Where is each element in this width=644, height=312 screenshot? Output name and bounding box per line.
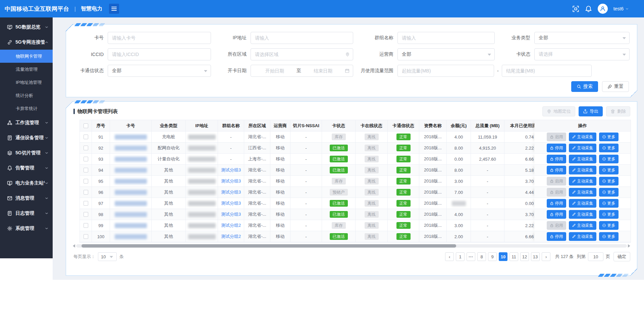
- more-button[interactable]: 更多: [599, 155, 619, 163]
- sidebar-item-9[interactable]: 系统管理: [0, 221, 53, 236]
- group-name-input[interactable]: [397, 32, 495, 44]
- business-type-select[interactable]: 全部: [534, 32, 630, 44]
- sidebar-item-4[interactable]: 5G切片管理: [0, 145, 53, 160]
- sidebar-subitem-2[interactable]: IP地址池管理: [0, 76, 53, 89]
- comm-status-select[interactable]: 全部: [108, 65, 211, 77]
- active-collect-button[interactable]: 主动采集: [569, 188, 596, 197]
- delete-button[interactable]: 删除: [606, 106, 630, 116]
- notifications-button[interactable]: [585, 5, 592, 12]
- group-link[interactable]: 测试分组2: [221, 222, 241, 228]
- more-button[interactable]: 更多: [599, 166, 619, 174]
- operator-select[interactable]: 全部: [397, 48, 495, 60]
- sidebar-item-6[interactable]: 电力业务主站管理: [0, 175, 53, 191]
- row-checkbox[interactable]: [84, 135, 88, 139]
- row-checkbox[interactable]: [84, 223, 88, 228]
- sidebar-subitem-4[interactable]: 卡异常统计: [0, 102, 53, 115]
- enable-card-button[interactable]: 启用: [547, 177, 566, 186]
- disable-card-button[interactable]: 停用: [547, 199, 566, 208]
- map-locate-button[interactable]: 地图定位: [542, 106, 575, 116]
- active-collect-button[interactable]: 主动采集: [569, 210, 596, 219]
- sidebar-item-2[interactable]: 工作流管理: [0, 115, 53, 130]
- disable-card-button[interactable]: 停用: [547, 232, 566, 241]
- page-size-select[interactable]: 10: [98, 252, 117, 261]
- active-collect-button[interactable]: 主动采集: [569, 221, 596, 230]
- ip-input[interactable]: [251, 32, 353, 44]
- page-button-12[interactable]: 12: [520, 252, 529, 261]
- user-menu[interactable]: test6: [613, 6, 629, 11]
- active-collect-button[interactable]: 主动采集: [569, 166, 596, 174]
- prev-page-button[interactable]: ‹: [445, 252, 454, 261]
- row-checkbox[interactable]: [84, 234, 88, 239]
- group-link[interactable]: 测试分组3: [221, 167, 241, 173]
- page-button-8[interactable]: 8: [477, 252, 486, 261]
- sidebar-item-3[interactable]: 通信设备管理: [0, 130, 53, 145]
- page-button-1[interactable]: 1: [456, 252, 465, 261]
- row-checkbox[interactable]: [84, 190, 88, 195]
- fullscreen-button[interactable]: [572, 5, 579, 12]
- row-checkbox[interactable]: [84, 146, 88, 150]
- row-checkbox[interactable]: [84, 201, 88, 206]
- enable-card-button[interactable]: 启用: [547, 133, 566, 141]
- open-date-range[interactable]: 至: [251, 65, 353, 77]
- more-button[interactable]: 更多: [599, 221, 619, 230]
- search-button[interactable]: 搜索: [571, 81, 598, 92]
- disable-card-button[interactable]: 停用: [547, 155, 566, 163]
- enable-card-button[interactable]: 启用: [547, 221, 566, 230]
- group-link[interactable]: 测试分组3: [221, 211, 241, 217]
- active-collect-button[interactable]: 主动采集: [569, 232, 596, 241]
- scroll-right-arrow-icon[interactable]: [628, 244, 630, 248]
- group-link[interactable]: 测试分组2: [221, 233, 241, 240]
- region-input[interactable]: [251, 48, 353, 60]
- disable-card-button[interactable]: 停用: [547, 144, 566, 152]
- user-avatar[interactable]: [598, 4, 608, 14]
- sidebar-subitem-3[interactable]: 统计分析: [0, 89, 53, 102]
- row-checkbox[interactable]: [84, 212, 88, 217]
- next-page-button[interactable]: ›: [542, 252, 550, 261]
- flow-start-input[interactable]: [397, 65, 494, 77]
- goto-confirm-button[interactable]: 确定: [613, 252, 630, 261]
- group-link[interactable]: 测试分组3: [221, 200, 241, 206]
- flow-end-input[interactable]: [502, 65, 592, 77]
- more-button[interactable]: 更多: [599, 133, 619, 141]
- more-button[interactable]: 更多: [599, 144, 619, 152]
- card-no-input[interactable]: [108, 32, 211, 44]
- page-button-9[interactable]: 9: [488, 252, 497, 261]
- sidebar-item-0[interactable]: 5G数据总览: [0, 19, 53, 35]
- disable-card-button[interactable]: 停用: [547, 210, 566, 219]
- sidebar-item-7[interactable]: 消息管理: [0, 191, 53, 206]
- scrollbar-track[interactable]: [76, 244, 627, 248]
- row-checkbox[interactable]: [84, 168, 88, 172]
- active-collect-button[interactable]: 主动采集: [569, 199, 596, 208]
- sidebar-subitem-0[interactable]: 物联网卡管理: [0, 50, 53, 63]
- iccid-input[interactable]: [108, 48, 211, 60]
- scrollbar-thumb[interactable]: [82, 244, 456, 248]
- more-button[interactable]: 更多: [599, 177, 619, 186]
- page-button-10[interactable]: 10: [499, 252, 507, 261]
- select-all-checkbox[interactable]: [84, 123, 88, 128]
- page-button-11[interactable]: 11: [509, 252, 518, 261]
- sidebar-item-1[interactable]: 5G专网连接管理: [0, 35, 53, 50]
- disable-card-button[interactable]: 停用: [547, 166, 566, 174]
- sidebar-subitem-1[interactable]: 流量池管理: [0, 63, 53, 76]
- card-status-select[interactable]: 请选择: [534, 48, 630, 60]
- export-button[interactable]: 导出: [579, 106, 603, 116]
- scroll-left-arrow-icon[interactable]: [73, 244, 75, 248]
- pager-ellipsis[interactable]: •••: [467, 252, 475, 261]
- more-button[interactable]: 更多: [599, 188, 619, 197]
- row-checkbox[interactable]: [84, 179, 88, 184]
- more-button[interactable]: 更多: [599, 232, 619, 241]
- sidebar-item-5[interactable]: 告警管理: [0, 160, 53, 175]
- end-date-input[interactable]: [303, 68, 343, 73]
- active-collect-button[interactable]: 主动采集: [569, 133, 596, 141]
- menu-toggle-button[interactable]: [109, 4, 119, 14]
- more-button[interactable]: 更多: [599, 199, 619, 208]
- page-button-13[interactable]: 13: [531, 252, 540, 261]
- reset-button[interactable]: 重置: [602, 81, 629, 92]
- sidebar-item-8[interactable]: 日志管理: [0, 206, 53, 221]
- more-button[interactable]: 更多: [599, 210, 619, 219]
- group-link[interactable]: 测试分组3: [221, 178, 241, 184]
- group-link[interactable]: 测试分组3: [221, 189, 241, 195]
- active-collect-button[interactable]: 主动采集: [569, 177, 596, 186]
- active-collect-button[interactable]: 主动采集: [569, 144, 596, 152]
- start-date-input[interactable]: [254, 68, 295, 73]
